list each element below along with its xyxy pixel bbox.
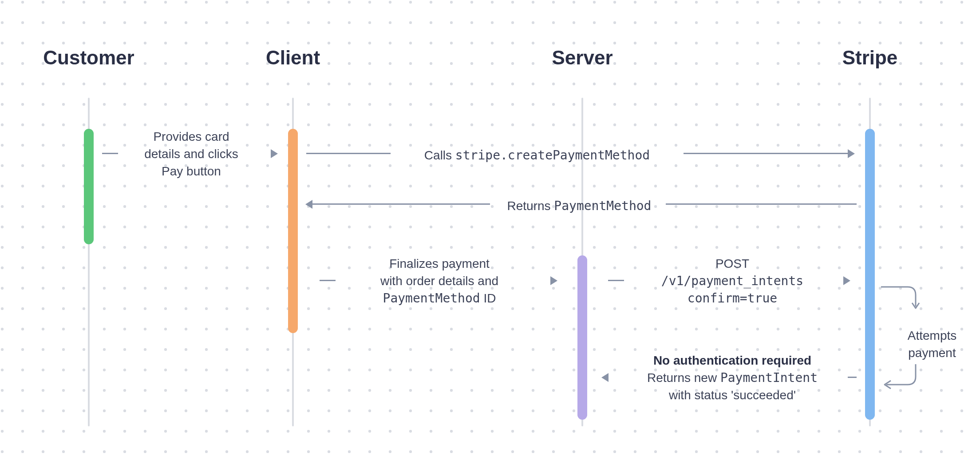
- arrow-line: [306, 153, 391, 154]
- text-inline: Returns new: [647, 371, 720, 385]
- arrow-head-left-icon: [601, 373, 609, 382]
- msg-create-payment-method: Calls stripe.createPaymentMethod: [399, 147, 675, 164]
- msg-returns-payment-intent: No authentication required Returns new P…: [621, 352, 843, 404]
- code-inline: PaymentIntent: [720, 370, 818, 385]
- text-line: POST: [715, 257, 749, 270]
- lane-title-customer: Customer: [43, 47, 134, 69]
- code-inline: PaymentMethod: [554, 199, 651, 213]
- text-line: with order details and: [380, 274, 498, 288]
- activation-server: [577, 255, 587, 420]
- arrow-head-right-icon: [843, 276, 850, 285]
- text-inline: ID: [480, 291, 496, 305]
- activation-customer: [84, 129, 94, 244]
- arrow-line: [666, 203, 857, 205]
- text-line: Attempts: [908, 329, 956, 342]
- arrow-tail: [608, 280, 624, 281]
- activation-client: [288, 129, 298, 333]
- text-line: with status 'succeeded': [669, 388, 796, 402]
- text-line: Finalizes payment: [389, 257, 490, 270]
- msg-provides-card: Provides card details and clicks Pay but…: [127, 128, 256, 180]
- text-inline: Returns: [507, 199, 554, 213]
- lane-title-client: Client: [266, 47, 320, 69]
- arrow-head-right-icon: [550, 276, 557, 285]
- text-bold: No authentication required: [653, 354, 811, 367]
- text-line: Provides card: [153, 130, 229, 143]
- code-inline: PaymentMethod: [383, 291, 480, 306]
- arrow-tail: [320, 280, 336, 281]
- arrow-line: [684, 153, 848, 154]
- arrow-tail: [848, 377, 857, 378]
- code-line: confirm=true: [688, 291, 777, 306]
- msg-finalizes-payment: Finalizes payment with order details and…: [346, 255, 533, 307]
- msg-attempts-payment: Attempts payment: [892, 327, 972, 362]
- text-inline: Calls: [424, 148, 455, 162]
- text-line: Pay button: [162, 164, 221, 178]
- arrow-line: [312, 203, 490, 205]
- msg-post-payment-intents: POST /v1/payment_intents confirm=true: [635, 255, 830, 307]
- text-line: payment: [908, 346, 956, 360]
- activation-stripe: [865, 129, 875, 420]
- code-inline: stripe.createPaymentMethod: [455, 148, 650, 163]
- arrow-head-right-icon: [271, 149, 278, 158]
- arrow-head-right-icon: [848, 149, 855, 158]
- lane-title-server: Server: [552, 47, 612, 69]
- code-line: /v1/payment_intents: [661, 274, 803, 288]
- arrow-head-left-icon: [305, 200, 312, 209]
- text-line: details and clicks: [144, 147, 238, 161]
- msg-returns-payment-method: Returns PaymentMethod: [502, 197, 657, 215]
- arrow-tail: [102, 153, 118, 154]
- lane-title-stripe: Stripe: [842, 47, 898, 69]
